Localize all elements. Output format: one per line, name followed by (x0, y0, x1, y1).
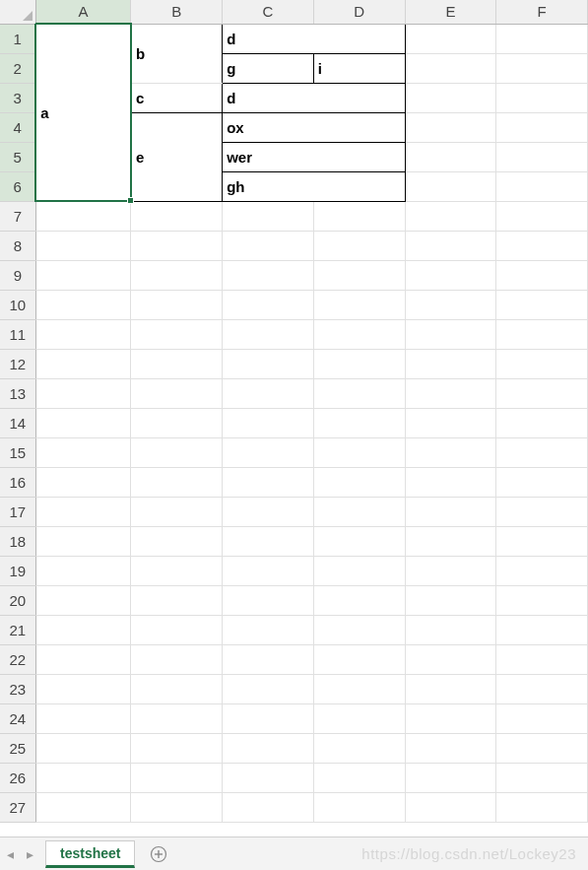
row-header-15[interactable]: 15 (0, 437, 35, 467)
cell-C21[interactable] (223, 615, 314, 644)
cell-E14[interactable] (405, 408, 496, 437)
sheet-tab-active[interactable]: testsheet (45, 840, 135, 868)
fill-handle[interactable] (127, 197, 134, 204)
cell-F5[interactable] (496, 142, 588, 171)
cell-E13[interactable] (405, 378, 496, 408)
row-header-13[interactable]: 13 (0, 378, 35, 408)
cell-C20[interactable] (223, 585, 314, 615)
cell-D2[interactable]: i (313, 53, 405, 83)
cell-A9[interactable] (35, 260, 131, 290)
cell-D11[interactable] (313, 319, 405, 349)
cell-C12[interactable] (223, 349, 314, 378)
row-header-20[interactable]: 20 (0, 585, 35, 615)
row-header-10[interactable]: 10 (0, 290, 35, 319)
cell-D13[interactable] (313, 378, 405, 408)
cell-C14[interactable] (223, 408, 314, 437)
cell-C26[interactable] (223, 763, 314, 792)
tab-nav-next-icon[interactable]: ▸ (20, 841, 39, 867)
tab-nav-prev-icon[interactable]: ◂ (0, 841, 20, 867)
cell-F26[interactable] (496, 763, 588, 792)
cell-B20[interactable] (131, 585, 223, 615)
cell-B3[interactable]: c (131, 83, 223, 112)
cell-B9[interactable] (131, 260, 223, 290)
cell-B22[interactable] (131, 644, 223, 674)
cell-F12[interactable] (496, 349, 588, 378)
row-header-1[interactable]: 1 (0, 24, 35, 53)
cell-F13[interactable] (496, 378, 588, 408)
cell-D20[interactable] (313, 585, 405, 615)
cell-A7[interactable] (35, 201, 131, 231)
cell-B11[interactable] (131, 319, 223, 349)
cell-D18[interactable] (313, 526, 405, 556)
cell-B23[interactable] (131, 674, 223, 703)
cell-C6[interactable]: gh (223, 171, 405, 201)
cell-E24[interactable] (405, 703, 496, 733)
row-header-17[interactable]: 17 (0, 497, 35, 526)
cell-D7[interactable] (313, 201, 405, 231)
cell-E25[interactable] (405, 733, 496, 763)
cell-A27[interactable] (35, 792, 131, 822)
cell-A25[interactable] (35, 733, 131, 763)
cell-C19[interactable] (223, 556, 314, 585)
cell-B4[interactable]: e (131, 112, 223, 201)
cell-D12[interactable] (313, 349, 405, 378)
cell-A19[interactable] (35, 556, 131, 585)
cell-C10[interactable] (223, 290, 314, 319)
cell-F19[interactable] (496, 556, 588, 585)
cell-C2[interactable]: g (223, 53, 314, 83)
cell-D25[interactable] (313, 733, 405, 763)
cell-E22[interactable] (405, 644, 496, 674)
cell-F17[interactable] (496, 497, 588, 526)
cell-A17[interactable] (35, 497, 131, 526)
cell-F3[interactable] (496, 83, 588, 112)
row-header-18[interactable]: 18 (0, 526, 35, 556)
cell-B17[interactable] (131, 497, 223, 526)
cell-A26[interactable] (35, 763, 131, 792)
cell-C27[interactable] (223, 792, 314, 822)
cell-A8[interactable] (35, 231, 131, 260)
cell-F16[interactable] (496, 467, 588, 497)
cell-E19[interactable] (405, 556, 496, 585)
cell-A21[interactable] (35, 615, 131, 644)
cell-C9[interactable] (223, 260, 314, 290)
cell-E27[interactable] (405, 792, 496, 822)
cell-B7[interactable] (131, 201, 223, 231)
cell-B24[interactable] (131, 703, 223, 733)
row-header-22[interactable]: 22 (0, 644, 35, 674)
col-header-D[interactable]: D (313, 0, 405, 24)
row-header-27[interactable]: 27 (0, 792, 35, 822)
cell-D26[interactable] (313, 763, 405, 792)
cell-F8[interactable] (496, 231, 588, 260)
cell-B14[interactable] (131, 408, 223, 437)
row-header-8[interactable]: 8 (0, 231, 35, 260)
cell-E3[interactable] (405, 83, 496, 112)
cell-C22[interactable] (223, 644, 314, 674)
cell-E16[interactable] (405, 467, 496, 497)
cell-B21[interactable] (131, 615, 223, 644)
cell-F7[interactable] (496, 201, 588, 231)
cell-C7[interactable] (223, 201, 314, 231)
cell-B1[interactable]: b (131, 24, 223, 83)
cell-A13[interactable] (35, 378, 131, 408)
cell-E5[interactable] (405, 142, 496, 171)
cell-E26[interactable] (405, 763, 496, 792)
cell-B27[interactable] (131, 792, 223, 822)
cell-B15[interactable] (131, 437, 223, 467)
col-header-B[interactable]: B (131, 0, 223, 24)
cell-F27[interactable] (496, 792, 588, 822)
col-header-A[interactable]: A (35, 0, 131, 24)
cell-E11[interactable] (405, 319, 496, 349)
cell-C5[interactable]: wer (223, 142, 405, 171)
cell-C23[interactable] (223, 674, 314, 703)
row-header-3[interactable]: 3 (0, 83, 35, 112)
cell-A10[interactable] (35, 290, 131, 319)
cell-E23[interactable] (405, 674, 496, 703)
cell-E1[interactable] (405, 24, 496, 53)
cell-F25[interactable] (496, 733, 588, 763)
cell-F4[interactable] (496, 112, 588, 142)
col-header-E[interactable]: E (405, 0, 496, 24)
cell-A14[interactable] (35, 408, 131, 437)
row-header-26[interactable]: 26 (0, 763, 35, 792)
cell-A20[interactable] (35, 585, 131, 615)
row-header-5[interactable]: 5 (0, 142, 35, 171)
